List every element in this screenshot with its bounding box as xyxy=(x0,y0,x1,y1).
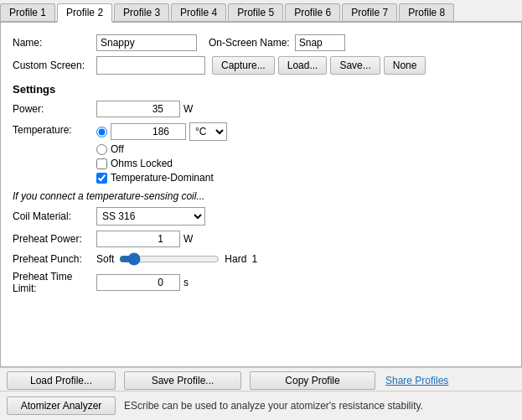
none-button[interactable]: None xyxy=(384,56,426,75)
save-profile-button[interactable]: Save Profile... xyxy=(124,371,241,390)
capture-button[interactable]: Capture... xyxy=(212,56,275,75)
load-custom-button[interactable]: Load... xyxy=(278,56,328,75)
temp-on-row: °C °F xyxy=(96,122,227,141)
name-input[interactable] xyxy=(96,34,197,51)
temperature-controls: °C °F Off Ohms Locked Temperature xyxy=(96,122,227,184)
preheat-punch-slider[interactable] xyxy=(119,252,220,266)
temp-dominant-checkbox[interactable] xyxy=(96,173,107,184)
temp-off-radio[interactable] xyxy=(96,144,107,155)
name-row: Name: On-Screen Name: xyxy=(13,34,509,51)
save-custom-button[interactable]: Save... xyxy=(330,56,380,75)
power-label: Power: xyxy=(13,103,96,115)
preheat-power-row: Preheat Power: W xyxy=(13,231,509,247)
temp-dominant-label: Temperature-Dominant xyxy=(111,172,214,184)
tab-profile-2[interactable]: Profile 2 xyxy=(57,3,112,23)
onscreen-name-label: On-Screen Name: xyxy=(209,37,290,49)
power-unit: W xyxy=(183,103,193,115)
ohms-locked-checkbox[interactable] xyxy=(96,158,107,169)
ohms-locked-label: Ohms Locked xyxy=(111,158,173,169)
coil-section-title: If you connect a temperature-sensing coi… xyxy=(13,190,509,202)
tab-profile-8[interactable]: Profile 8 xyxy=(399,3,454,21)
punch-hard-label: Hard xyxy=(225,253,246,265)
custom-screen-row: Custom Screen: Capture... Load... Save..… xyxy=(13,56,509,75)
preheat-power-label: Preheat Power: xyxy=(13,233,96,245)
punch-value: 1 xyxy=(251,253,260,265)
tab-profile-7[interactable]: Profile 7 xyxy=(342,3,397,21)
custom-screen-input[interactable] xyxy=(96,56,205,75)
preheat-time-label: Preheat Time Limit: xyxy=(13,271,96,294)
custom-screen-label: Custom Screen: xyxy=(13,60,96,71)
tab-profile-4[interactable]: Profile 4 xyxy=(171,3,226,21)
tab-profile-1[interactable]: Profile 1 xyxy=(0,3,55,21)
temp-off-label: Off xyxy=(111,143,124,155)
preheat-punch-row: Preheat Punch: Soft Hard 1 xyxy=(13,252,509,266)
preheat-time-unit: s xyxy=(183,277,189,288)
preheat-time-row: Preheat Time Limit: s xyxy=(13,271,509,294)
coil-section: If you connect a temperature-sensing coi… xyxy=(13,190,509,294)
onscreen-name-input[interactable] xyxy=(295,34,345,51)
ohms-locked-row: Ohms Locked xyxy=(96,158,227,169)
preheat-power-input[interactable] xyxy=(96,231,180,247)
escribe-info: EScribe can be used to analyze your atom… xyxy=(124,400,515,412)
tab-profile-3[interactable]: Profile 3 xyxy=(114,3,169,21)
temp-unit-select[interactable]: °C °F xyxy=(189,122,227,141)
bottom-bar-top: Load Profile... Save Profile... Copy Pro… xyxy=(0,367,522,393)
preheat-punch-label: Preheat Punch: xyxy=(13,253,96,265)
coil-material-label: Coil Material: xyxy=(13,210,96,222)
load-profile-button[interactable]: Load Profile... xyxy=(7,371,116,390)
power-input[interactable] xyxy=(96,101,180,117)
tab-profile-6[interactable]: Profile 6 xyxy=(285,3,340,21)
copy-profile-button[interactable]: Copy Profile xyxy=(250,371,375,390)
page-wrapper: Profile 1 Profile 2 Profile 3 Profile 4 … xyxy=(0,0,522,420)
temp-off-row: Off xyxy=(96,143,227,155)
atomizer-analyzer-button[interactable]: Atomizer Analyzer xyxy=(7,397,116,415)
preheat-power-unit: W xyxy=(183,233,193,245)
tab-bar: Profile 1 Profile 2 Profile 3 Profile 4 … xyxy=(0,0,522,23)
coil-material-row: Coil Material: SS 316 SS 317L SS 304 Tit… xyxy=(13,207,509,226)
tab-profile-5[interactable]: Profile 5 xyxy=(228,3,283,21)
power-row: Power: W xyxy=(13,101,509,117)
preheat-punch-slider-container: Soft Hard 1 xyxy=(96,252,260,266)
temp-on-radio[interactable] xyxy=(96,127,107,137)
punch-soft-label: Soft xyxy=(96,253,114,265)
temp-dominant-row: Temperature-Dominant xyxy=(96,172,227,184)
temperature-label: Temperature: xyxy=(13,122,96,136)
bottom-bar: Atomizer Analyzer EScribe can be used to… xyxy=(0,391,522,420)
coil-material-select[interactable]: SS 316 SS 317L SS 304 Titanium Nickel xyxy=(96,207,205,226)
temperature-section: Temperature: °C °F Off xyxy=(13,122,509,184)
share-profiles-link[interactable]: Share Profiles xyxy=(385,375,448,386)
name-label: Name: xyxy=(13,37,96,49)
temp-input[interactable] xyxy=(111,123,186,140)
preheat-time-input[interactable] xyxy=(96,274,180,291)
profile-content: Name: On-Screen Name: Custom Screen: Cap… xyxy=(0,23,522,367)
settings-title: Settings xyxy=(13,83,509,96)
